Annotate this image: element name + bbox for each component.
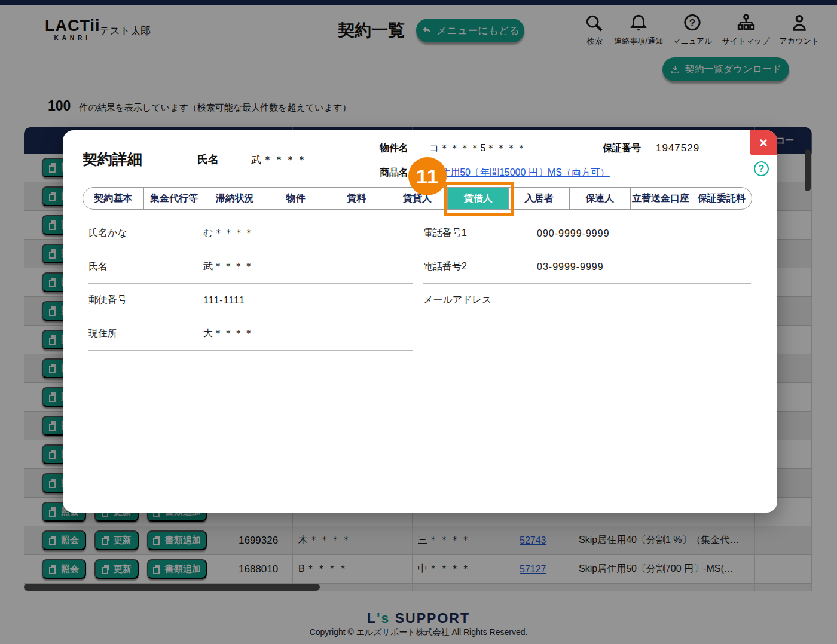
fields-right-column: 電話番号1 090-9999-9999 電話番号2 03-9999-9999 メ… [423,217,751,317]
tab-guarantor-contact[interactable]: 保連人 [570,188,631,209]
field-row: 氏名 武＊＊＊＊ [88,250,413,284]
name-value: 武＊＊＊＊ [251,153,308,167]
guarantee-no-value: 1947529 [656,142,699,154]
field-row: 電話番号2 03-9999-9999 [423,250,751,284]
guarantee-no-label: 保証番号 [603,142,641,155]
tab-remittance-account[interactable]: 立替送金口座 [631,188,692,209]
field-label: メールアドレス [423,294,537,306]
field-row: 現住所 大＊＊＊＊ [88,317,413,351]
field-value: 090-9999-9999 [537,228,610,239]
field-row: 電話番号1 090-9999-9999 [423,217,751,250]
field-label: 電話番号1 [423,227,537,240]
tab-guarantee-fee[interactable]: 保証委託料 [691,188,752,209]
field-value: む＊＊＊＊ [203,227,254,240]
annotation-step-badge: 11 [408,157,447,195]
modal-close-button[interactable]: × [750,130,777,155]
field-label: 電話番号2 [423,260,537,273]
property-name-value: コ＊＊＊＊5＊＊＊＊ [429,142,527,155]
name-label: 氏名 [197,152,219,167]
field-row: 氏名かな む＊＊＊＊ [88,217,413,250]
tab-contract-basic[interactable]: 契約基本 [83,188,144,209]
field-label: 現住所 [88,327,203,340]
annotation-highlight-rect [444,182,514,216]
field-row: 郵便番号 111-1111 [88,284,413,317]
tab-rent[interactable]: 賃料 [326,188,387,209]
fields-left-column: 氏名かな む＊＊＊＊ 氏名 武＊＊＊＊ 郵便番号 111-1111 現住所 大＊… [88,217,413,351]
field-row: メールアドレス [423,284,751,317]
product-name-label: 商品名 [380,167,408,179]
modal-title: 契約詳細 [83,149,142,169]
field-label: 郵便番号 [88,294,203,306]
field-value: 大＊＊＊＊ [203,327,254,340]
tab-collection-agency[interactable]: 集金代行等 [144,188,205,209]
field-value: 武＊＊＊＊ [203,260,254,273]
tab-property[interactable]: 物件 [265,188,326,209]
help-icon[interactable]: ? [754,161,769,176]
tab-resident[interactable]: 入居者 [509,188,570,209]
field-value: 111-1111 [203,295,245,306]
field-label: 氏名 [88,260,203,273]
property-name-label: 物件名 [380,142,408,155]
field-label: 氏名かな [88,227,203,240]
tab-delinquency-status[interactable]: 滞納状況 [204,188,265,209]
field-value: 03-9999-9999 [537,262,604,272]
